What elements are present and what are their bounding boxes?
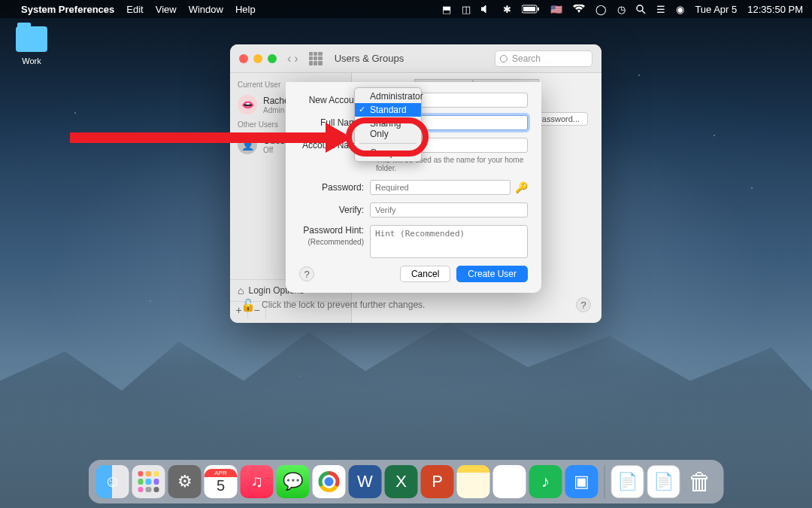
window-menu[interactable]: Window	[189, 4, 223, 15]
dock-music[interactable]: ♫	[241, 465, 274, 498]
app-menu[interactable]: System Preferences	[21, 4, 114, 15]
dropdown-option-standard[interactable]: Standard	[355, 103, 421, 117]
svg-point-3	[637, 5, 643, 11]
guest-avatar: 👤	[238, 135, 257, 154]
house-icon: ⌂	[238, 284, 244, 297]
svg-rect-2	[538, 8, 539, 11]
dock-messages[interactable]: 💬	[277, 465, 310, 498]
dock-powerpoint[interactable]: P	[421, 465, 454, 498]
battery-icon[interactable]	[522, 5, 540, 14]
cancel-button[interactable]: Cancel	[400, 266, 450, 282]
dock-spotify[interactable]: ♪	[529, 465, 562, 498]
control-center-icon[interactable]: ☰	[656, 4, 665, 15]
search-input[interactable]: Search	[495, 50, 592, 67]
user-icon[interactable]: ◯	[595, 4, 607, 15]
dock-separator	[604, 465, 605, 498]
menubar: System Preferences Edit View Window Help…	[0, 0, 812, 18]
volume-icon[interactable]	[481, 5, 492, 14]
password-label: Password:	[299, 182, 370, 193]
dock-zoom[interactable]: ▣	[565, 465, 598, 498]
dropdown-option-sharing-only[interactable]: Sharing Only	[355, 117, 421, 141]
folder-icon	[16, 26, 47, 52]
dropbox-icon[interactable]: ⬒	[442, 4, 451, 15]
dock-notes[interactable]	[457, 465, 490, 498]
lock-text: Click the lock to prevent further change…	[262, 300, 425, 310]
folder-label: Work	[9, 56, 54, 65]
minimize-button[interactable]	[253, 54, 262, 63]
bluetooth-icon[interactable]: ✱	[503, 4, 511, 15]
zoom-button[interactable]	[268, 54, 277, 63]
svg-rect-1	[523, 7, 535, 11]
sheet-help-button[interactable]: ?	[299, 266, 314, 281]
date-display[interactable]: Tue Apr 5	[695, 4, 737, 15]
dock-excel[interactable]: X	[385, 465, 418, 498]
dock-trash[interactable]: 🗑	[683, 465, 717, 498]
dock-launchpad[interactable]	[132, 465, 165, 498]
svg-line-4	[642, 11, 645, 14]
help-menu[interactable]: Help	[235, 4, 256, 15]
show-all-button[interactable]	[309, 52, 323, 65]
dock-calendar[interactable]: APR 5	[205, 465, 238, 498]
box-icon[interactable]: ◫	[462, 4, 471, 15]
key-icon[interactable]: 🔑	[515, 181, 528, 193]
view-menu[interactable]: View	[156, 4, 177, 15]
clock-icon[interactable]: ◷	[617, 4, 626, 15]
close-button[interactable]	[239, 54, 248, 63]
dock-system-preferences[interactable]: ⚙	[168, 465, 201, 498]
hint-label: Password Hint: (Recommended)	[299, 225, 370, 247]
time-display[interactable]: 12:35:50 PM	[747, 4, 803, 15]
spotlight-icon[interactable]	[636, 5, 646, 14]
dock: ☺ ⚙ APR 5 ♫ 💬 W X P ✱ ♪ ▣ 📄 📄 🗑	[89, 460, 724, 503]
window-title: Users & Groups	[335, 53, 404, 64]
dock-slack[interactable]: ✱	[493, 465, 526, 498]
siri-icon[interactable]: ◉	[676, 4, 684, 15]
back-button[interactable]: ‹	[287, 52, 291, 65]
verify-input[interactable]	[370, 202, 528, 217]
verify-label: Verify:	[299, 205, 370, 215]
dock-word[interactable]: W	[349, 465, 382, 498]
dropdown-separator	[359, 143, 417, 144]
dock-chrome[interactable]	[313, 465, 346, 498]
help-button[interactable]: ?	[576, 297, 591, 312]
account-type-menu: Administrator Standard Sharing Only Grou…	[354, 87, 422, 162]
dropdown-option-administrator[interactable]: Administrator	[355, 90, 421, 103]
edit-menu[interactable]: Edit	[126, 4, 143, 15]
avatar: 👄	[238, 95, 257, 114]
forward-button[interactable]: ›	[294, 52, 298, 65]
dock-document-2[interactable]: 📄	[647, 465, 680, 498]
dock-finder[interactable]: ☺	[96, 465, 129, 498]
hint-input[interactable]	[370, 225, 528, 258]
dock-document-1[interactable]: 📄	[611, 465, 644, 498]
input-source-icon[interactable]: 🇺🇸	[550, 4, 562, 15]
lock-icon[interactable]: 🔓	[241, 298, 256, 312]
window-titlebar: ‹ › Users & Groups Search	[230, 44, 601, 73]
password-input[interactable]	[370, 180, 511, 195]
dropdown-option-group[interactable]: Group	[355, 146, 421, 160]
wifi-icon[interactable]	[573, 5, 585, 14]
create-user-button[interactable]: Create User	[456, 266, 528, 282]
desktop-folder-work[interactable]: Work	[9, 26, 54, 65]
